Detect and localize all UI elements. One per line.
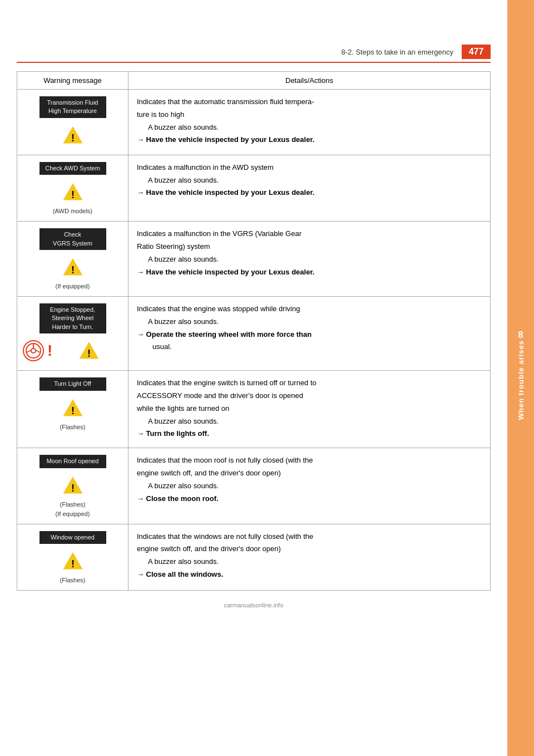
main-content: 8-2. Steps to take in an emergency 477 W… (0, 0, 507, 620)
steering-wheel-icon (23, 340, 44, 361)
warning-icon: ! (62, 475, 83, 496)
svg-point-7 (31, 348, 36, 353)
svg-text:!: ! (71, 558, 74, 570)
warning-note-equipped: (If equipped) (23, 510, 122, 517)
warning-label: Transmission Fluid High Temperature (39, 96, 106, 118)
details-cell: Indicates that the automatic transmissio… (128, 90, 491, 155)
sidebar-section-label: When trouble arises (517, 340, 525, 420)
details-cell: Indicates that the engine switch is turn… (128, 371, 491, 448)
right-sidebar: 8 When trouble arises (507, 0, 534, 756)
col2-header: Details/Actions (128, 72, 491, 90)
watermark: carmanualsonline.info (17, 602, 491, 608)
warning-table: Warning message Details/Actions Transmis… (17, 71, 491, 591)
svg-line-10 (36, 350, 40, 352)
warning-note: (AWD models) (23, 208, 122, 214)
warning-icon: ! (62, 551, 83, 572)
warning-message-cell: Window opened ! (Flashes) (17, 524, 128, 590)
details-cell: Indicates that the engine was stopped wh… (128, 296, 491, 370)
details-cell: Indicates a malfunction in the AWD syste… (128, 155, 491, 221)
warning-message-cell: Check AWD System ! (AWD models) (17, 155, 128, 221)
warning-note: (Flashes) (23, 577, 122, 583)
page-header: 8-2. Steps to take in an emergency 477 (17, 45, 491, 63)
exclamation-icon: ! (47, 340, 52, 361)
svg-text:!: ! (71, 482, 74, 494)
warning-label: Window opened (39, 531, 106, 544)
svg-text:!: ! (71, 264, 74, 276)
warning-note: (Flashes) (23, 424, 122, 430)
details-cell: Indicates a malfunction in the VGRS (Var… (128, 222, 491, 297)
table-row: Check AWD System ! (AWD models) Indicate… (17, 155, 491, 221)
warning-message-cell: Turn Light Off ! (Flashes) (17, 371, 128, 448)
svg-text:!: ! (71, 132, 74, 144)
warning-icon: ! (62, 397, 83, 419)
warning-label: Turn Light Off (39, 377, 106, 390)
svg-text:!: ! (71, 189, 74, 201)
warning-label: Check AWD System (39, 162, 106, 175)
table-row: Turn Light Off ! (Flashes) Indicates tha… (17, 371, 491, 448)
svg-text:!: ! (87, 348, 91, 360)
warning-triangle-icon: ! (78, 340, 100, 361)
details-cell: Indicates that the windows are not fully… (128, 524, 491, 590)
page-title: 8-2. Steps to take in an emergency (341, 48, 453, 56)
warning-icon: ! (62, 181, 83, 203)
warning-label: Check VGRS System (39, 228, 106, 250)
warning-note: (If equipped) (23, 283, 122, 289)
warning-label: Engine Stopped, Steering Wheel Harder to… (39, 303, 106, 333)
sidebar-section-number: 8 (518, 330, 523, 340)
table-row: Transmission Fluid High Temperature ! In… (17, 90, 491, 155)
warning-note: (Flashes) (23, 501, 122, 508)
svg-line-9 (27, 350, 31, 352)
table-row: Check VGRS System ! (If equipped) Indica… (17, 222, 491, 297)
warning-icon: ! (62, 257, 83, 278)
icon-row: ! ! (23, 338, 122, 364)
col1-header: Warning message (17, 72, 128, 90)
warning-label: Moon Roof opened (39, 455, 106, 468)
warning-message-cell: Moon Roof opened ! (Flashes) (If equippe… (17, 448, 128, 524)
warning-message-cell: Check VGRS System ! (If equipped) (17, 222, 128, 297)
warning-message-cell: Transmission Fluid High Temperature ! (17, 90, 128, 155)
warning-message-cell: Engine Stopped, Steering Wheel Harder to… (17, 296, 128, 370)
warning-icon: ! (62, 125, 83, 146)
svg-text:!: ! (71, 405, 74, 416)
details-cell: Indicates that the moon roof is not full… (128, 448, 491, 524)
table-row: Engine Stopped, Steering Wheel Harder to… (17, 296, 491, 370)
table-row: Window opened ! (Flashes) Indicates that… (17, 524, 491, 590)
table-row: Moon Roof opened ! (Flashes) (If equippe… (17, 448, 491, 524)
page-number: 477 (462, 45, 491, 59)
